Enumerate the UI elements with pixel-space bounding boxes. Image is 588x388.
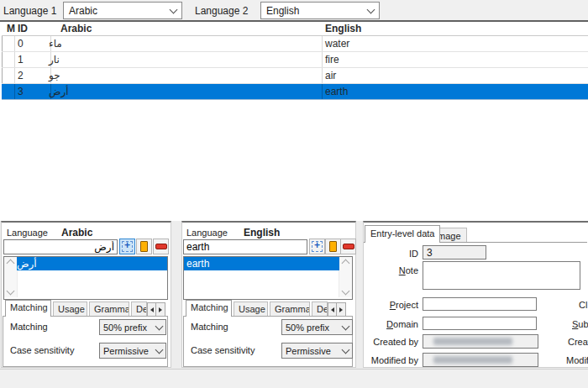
english-term-list[interactable]: earth: [183, 256, 353, 300]
clipped-label-modified: Modifie: [566, 355, 588, 365]
arabic-term-list[interactable]: أرض: [3, 256, 168, 300]
id-cell: 2: [15, 68, 51, 83]
language2-label: Language 2: [195, 5, 248, 17]
clipped-label-subdomain: Sub: [572, 319, 588, 329]
english-cell: fire: [323, 52, 588, 67]
status-bar: [0, 369, 588, 388]
tab-scroll-right-button[interactable]: [155, 302, 165, 317]
tab-usage[interactable]: Usage: [234, 301, 268, 316]
language2-dropdown-value: English: [266, 5, 299, 17]
table-row[interactable]: 0 ماء water: [2, 36, 588, 52]
scrollbar[interactable]: [339, 257, 352, 297]
chevron-down-icon: [367, 5, 375, 13]
id-cell: 0: [15, 36, 51, 51]
tab-scroll-right-button[interactable]: [336, 302, 346, 317]
chevron-down-icon[interactable]: [339, 286, 352, 296]
case-sensitivity-dropdown[interactable]: Permissive: [99, 343, 166, 359]
english-cell: earth: [323, 84, 588, 99]
id-cell: 3: [15, 84, 51, 99]
english-cell: water: [323, 36, 588, 51]
clipped-label-class: Cl: [579, 300, 587, 310]
marker-cell: [2, 68, 15, 83]
id-label: ID: [319, 249, 418, 259]
language-label: Language: [186, 228, 228, 238]
tab-definition[interactable]: Defin: [312, 301, 328, 316]
redacted-text: [433, 356, 512, 364]
case-dropdown-value: Permissive: [103, 346, 149, 356]
case-sensitivity-label: Case sensitivity: [191, 345, 255, 355]
arabic-cell: ماء: [49, 36, 323, 51]
arrow-right-icon: [339, 307, 343, 312]
language-name: English: [244, 227, 280, 239]
redacted-text: [433, 338, 512, 345]
domain-input[interactable]: [423, 317, 537, 330]
chevron-down-icon: [342, 345, 350, 354]
chevron-down-icon: [155, 345, 164, 354]
language-name: Arabic: [61, 227, 92, 239]
tab-matching[interactable]: Matching: [186, 300, 232, 317]
language-label: Language: [7, 228, 48, 238]
plus-icon: +: [122, 241, 133, 252]
marker-cell: [2, 52, 15, 67]
table-row[interactable]: 1 نار fire: [2, 52, 588, 68]
column-header-language1[interactable]: Arabic: [49, 22, 334, 36]
created-by-field: [423, 334, 538, 349]
case-dropdown-value: Permissive: [286, 346, 331, 356]
table-row[interactable]: 2 جو air: [2, 68, 588, 84]
matching-dropdown-value: 50% prefix: [286, 322, 329, 333]
matching-label: Matching: [191, 322, 228, 332]
id-cell: 1: [15, 52, 51, 67]
tab-definition[interactable]: Defin: [131, 301, 147, 316]
chevron-down-icon[interactable]: [4, 286, 17, 296]
tab-grammar[interactable]: Grammar: [270, 301, 310, 316]
matching-dropdown-value: 50% prefix: [103, 322, 147, 333]
add-term-button[interactable]: +: [119, 239, 135, 254]
tab-matching[interactable]: Matching: [5, 300, 51, 317]
note-input[interactable]: [423, 261, 580, 290]
language1-dropdown-value: Arabic: [69, 5, 97, 17]
id-field: 3: [423, 245, 486, 260]
replace-term-button[interactable]: [136, 239, 152, 254]
arrow-left-icon: [150, 307, 154, 312]
tab-entry-level-data[interactable]: Entry-level data: [365, 225, 440, 243]
marker-cell: [2, 84, 15, 99]
matching-dropdown[interactable]: 50% prefix: [281, 319, 353, 335]
modified-by-field: [423, 353, 538, 367]
arabic-cell: نار: [49, 52, 323, 67]
list-item-selected[interactable]: أرض: [17, 257, 167, 270]
chevron-up-icon[interactable]: [4, 258, 17, 269]
column-header-id[interactable]: ID: [15, 22, 51, 36]
case-sensitivity-label: Case sensitivity: [10, 345, 74, 355]
language1-label: Language 1: [3, 5, 56, 17]
english-cell: air: [323, 68, 588, 83]
tab-grammar[interactable]: Grammar: [89, 301, 129, 316]
arrow-left-icon: [331, 307, 334, 312]
project-input[interactable]: [423, 297, 537, 311]
language1-dropdown[interactable]: Arabic: [63, 2, 182, 19]
chevron-down-icon: [170, 5, 178, 13]
chevron-down-icon: [155, 322, 164, 330]
marker-cell: [2, 36, 15, 51]
arrow-right-icon: [159, 307, 162, 312]
minus-icon: [155, 244, 167, 249]
matching-label: Matching: [10, 322, 48, 332]
arabic-cell: أرض: [49, 84, 323, 99]
column-header-language2[interactable]: English: [323, 22, 588, 36]
scrollbar[interactable]: [4, 257, 18, 297]
arabic-term-input[interactable]: [3, 239, 118, 254]
table-row-selected[interactable]: 3 أرض earth: [2, 84, 588, 100]
list-item-selected[interactable]: earth: [184, 257, 339, 270]
case-sensitivity-dropdown[interactable]: Permissive: [281, 343, 353, 359]
note-label: Note: [319, 265, 418, 275]
chevron-down-icon: [342, 322, 350, 330]
language2-dropdown[interactable]: English: [260, 2, 380, 19]
clipped-label-created: Create: [568, 337, 588, 347]
arabic-cell: جو: [49, 68, 323, 83]
english-term-input[interactable]: [183, 239, 307, 254]
delete-term-button[interactable]: [153, 239, 169, 254]
matching-dropdown[interactable]: 50% prefix: [99, 319, 166, 335]
tab-usage[interactable]: Usage: [53, 301, 87, 316]
replace-icon: [140, 241, 148, 252]
